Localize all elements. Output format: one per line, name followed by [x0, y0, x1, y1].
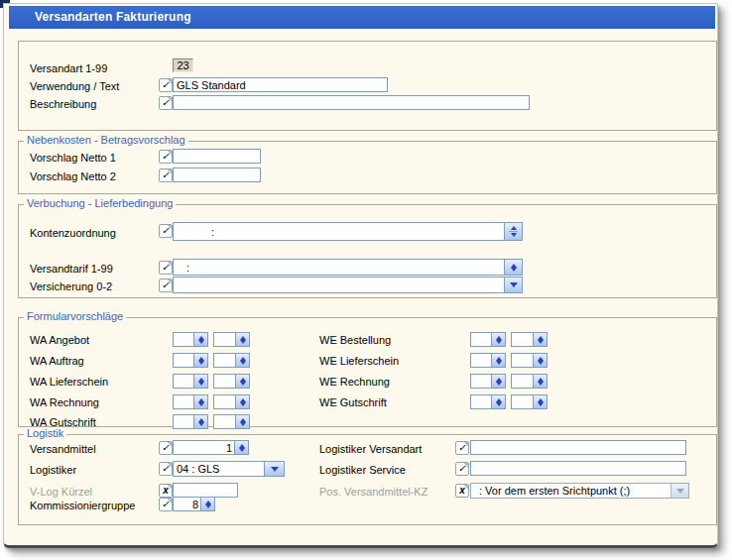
vlog-kuerzel-label: V-Log Kürzel [30, 486, 92, 498]
versicherung-combobox[interactable] [173, 277, 523, 293]
wa-lieferschein-spinner-2[interactable] [213, 374, 250, 389]
down-arrow-icon [240, 340, 246, 344]
logistiker-service-input[interactable] [470, 461, 686, 476]
spinner-button[interactable] [193, 415, 207, 428]
check-icon: ✓ [162, 151, 170, 162]
vorschlag-netto2-input[interactable] [173, 168, 261, 182]
kommissioniergruppe-checkbox[interactable]: ✓ [159, 498, 173, 511]
we-gutschrift-spinner-1[interactable] [470, 394, 506, 409]
check-icon: ✓ [162, 499, 170, 509]
versandmittel-spinner-input[interactable]: 1 [173, 440, 249, 455]
kontenzuordnung-spinner[interactable] [504, 223, 522, 240]
we-lieferschein-spinner-2[interactable] [511, 353, 548, 368]
we-bestellung-spinner-1[interactable] [470, 332, 506, 347]
wa-gutschrift-spinner-1[interactable] [173, 414, 208, 429]
down-arrow-icon [538, 340, 544, 344]
spinner-button[interactable] [491, 395, 505, 408]
verwendung-input[interactable]: GLS Standard [173, 77, 388, 92]
spinner-button[interactable] [533, 333, 547, 346]
verwendung-checkbox[interactable]: ✓ [159, 78, 173, 92]
pos-versandmittel-kz-checkbox[interactable]: x [455, 484, 469, 498]
down-arrow-icon [240, 361, 246, 365]
spinner-button[interactable] [491, 354, 505, 367]
versandtarif-spinner[interactable] [504, 260, 522, 275]
spinner-button[interactable] [491, 375, 505, 388]
spinner-button[interactable] [533, 354, 547, 367]
wa-angebot-spinner-1[interactable] [173, 332, 208, 347]
versandmittel-spinner-button[interactable] [234, 441, 248, 454]
versandarten-window: Versandarten Fakturierung Versandart 1-9… [3, 3, 718, 548]
beschreibung-checkbox[interactable]: ✓ [159, 96, 173, 110]
wa-rechnung-label: WA Rechnung [30, 396, 99, 408]
pos-versandmittel-kz-combobox[interactable]: : Vor dem ersten Srichtpunkt (;) [470, 483, 689, 499]
check-icon: ✓ [162, 79, 170, 90]
beschreibung-label: Beschreibung [30, 98, 96, 110]
down-arrow-icon [538, 402, 544, 406]
versandart-value-field: 23 [173, 58, 193, 72]
spinner-button[interactable] [235, 395, 249, 408]
kontenzuordnung-combobox[interactable]: : [173, 222, 523, 241]
down-arrow-icon [511, 233, 517, 237]
vorschlag-netto1-input[interactable] [173, 149, 261, 164]
check-icon: ✓ [162, 169, 170, 180]
spinner-divider [509, 231, 518, 232]
spinner-button[interactable] [491, 333, 505, 346]
wa-auftrag-spinner-2[interactable] [213, 353, 250, 368]
versicherung-dropdown-button[interactable] [504, 278, 522, 292]
spinner-button[interactable] [533, 395, 547, 408]
versandart-label: Versandart 1-99 [30, 62, 107, 74]
down-arrow-icon [496, 361, 502, 365]
we-bestellung-spinner-2[interactable] [511, 332, 548, 347]
we-rechnung-spinner-1[interactable] [470, 374, 506, 389]
logistiker-combobox[interactable]: 04 : GLS [173, 461, 285, 477]
vlog-kuerzel-checkbox[interactable]: x [159, 484, 173, 498]
verbuchung-groupbox: Verbuchung - Lieferbedingung Kontenzuord… [18, 204, 717, 298]
wa-gutschrift-spinner-2[interactable] [213, 414, 250, 429]
wa-auftrag-label: WA Auftrag [30, 355, 84, 367]
pos-versandmittel-kz-dropdown-button[interactable] [671, 484, 688, 498]
down-arrow-icon [198, 361, 204, 365]
logistiker-versandart-input[interactable] [470, 440, 686, 455]
logistik-groupbox: Logistik Versandmittel ✓ 1 Logistiker ✓ … [18, 434, 717, 525]
wa-rechnung-spinner-2[interactable] [213, 394, 250, 409]
logistiker-service-checkbox[interactable]: ✓ [455, 462, 469, 476]
kontenzuordnung-checkbox[interactable]: ✓ [159, 224, 173, 238]
vorschlag-netto1-checkbox[interactable]: ✓ [159, 150, 173, 164]
wa-angebot-label: WA Angebot [30, 334, 89, 346]
spinner-button[interactable] [235, 333, 249, 346]
spinner-button[interactable] [235, 354, 249, 367]
spinner-button[interactable] [193, 333, 207, 346]
versandtarif-combobox[interactable]: : [173, 259, 523, 276]
spinner-button[interactable] [235, 415, 249, 428]
kommissioniergruppe-spinner-button[interactable] [200, 498, 214, 510]
spinner-button[interactable] [235, 375, 249, 388]
versandmittel-checkbox[interactable]: ✓ [159, 441, 173, 455]
spinner-button[interactable] [193, 375, 207, 388]
logistiker-versandart-checkbox[interactable]: ✓ [455, 441, 469, 455]
spinner-button[interactable] [193, 395, 207, 408]
versandtarif-checkbox[interactable]: ✓ [159, 261, 173, 275]
vorschlag-netto2-checkbox[interactable]: ✓ [159, 168, 173, 182]
logistiker-dropdown-button[interactable] [264, 462, 284, 476]
logistiker-checkbox[interactable]: ✓ [159, 462, 173, 476]
wa-lieferschein-label: WA Lieferschein [30, 376, 108, 388]
window-title: Versandarten Fakturierung [9, 6, 715, 29]
we-gutschrift-spinner-2[interactable] [511, 394, 548, 409]
wa-lieferschein-spinner-1[interactable] [173, 374, 208, 389]
vlog-kuerzel-input[interactable] [173, 483, 238, 498]
down-arrow-icon [198, 422, 204, 426]
we-rechnung-spinner-2[interactable] [511, 374, 548, 389]
we-lieferschein-spinner-1[interactable] [470, 353, 506, 368]
wa-rechnung-spinner-1[interactable] [173, 394, 208, 409]
cross-icon: x [459, 485, 465, 496]
versicherung-checkbox[interactable]: ✓ [159, 279, 173, 292]
spinner-button[interactable] [193, 354, 207, 367]
down-arrow-icon [240, 422, 246, 426]
kommissioniergruppe-spinner-input[interactable]: 8 [173, 497, 215, 511]
spinner-button[interactable] [533, 375, 547, 388]
down-arrow-icon [496, 402, 502, 406]
down-arrow-icon [198, 340, 204, 344]
wa-auftrag-spinner-1[interactable] [173, 353, 208, 368]
wa-angebot-spinner-2[interactable] [213, 332, 250, 347]
beschreibung-input[interactable] [173, 95, 530, 110]
